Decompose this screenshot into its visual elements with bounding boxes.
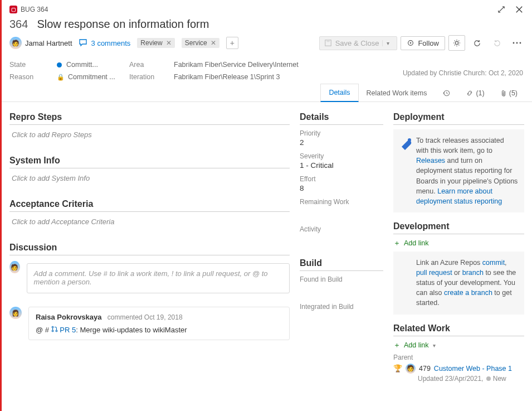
plus-icon: ＋ <box>393 341 401 350</box>
tabs: Details Related Work items (1) (5) <box>2 84 532 102</box>
comments-link[interactable]: 3 comments <box>79 39 131 47</box>
create-branch-link[interactable]: create a branch <box>444 289 492 297</box>
settings-icon[interactable] <box>448 35 465 51</box>
col-left: Repro Steps Click to add Repro Steps Sys… <box>9 109 290 399</box>
comment-item: Raisa Pokrovskaya commented Oct 19, 2018… <box>28 307 290 340</box>
work-item-form: ▢ BUG 364 364 Slow response on informati… <box>0 0 532 411</box>
bug-icon: ▢ <box>9 6 17 13</box>
svg-point-12 <box>408 138 411 142</box>
related-add-link-button[interactable]: ＋Add link▾ <box>393 341 524 350</box>
state-dot-icon <box>486 376 491 381</box>
pull-request-icon <box>51 326 60 334</box>
area-label: Area <box>129 61 174 69</box>
pr-link[interactable]: PR 5 <box>60 326 76 334</box>
tab-details[interactable]: Details <box>320 84 358 102</box>
revert-icon[interactable] <box>489 35 505 51</box>
tab-related[interactable]: Related Work items <box>359 85 435 101</box>
activity-value[interactable] <box>300 234 383 243</box>
work-item-id: 364 <box>9 18 28 31</box>
reason-label: Reason <box>9 73 57 81</box>
updated-by-text: Updated by Christie Church: Oct 2, 2020 <box>403 69 523 77</box>
priority-label: Priority <box>300 129 383 137</box>
more-actions-icon[interactable] <box>509 35 525 51</box>
deployment-info: To track releases associated with this w… <box>393 129 524 212</box>
follow-button[interactable]: Follow <box>401 36 445 50</box>
pipeline-icon <box>399 137 412 149</box>
commit-link[interactable]: commit <box>482 259 505 267</box>
acceptance-criteria-heading: Acceptance Criteria <box>9 199 290 209</box>
remaining-work-label: Remaining Work <box>300 198 383 206</box>
title-row: 364 Slow response on information form <box>2 17 532 35</box>
releases-link[interactable]: Releases <box>416 157 445 165</box>
svg-rect-1 <box>326 40 329 42</box>
svg-point-3 <box>410 42 412 44</box>
severity-label: Severity <box>300 152 383 160</box>
repro-steps-input[interactable]: Click to add Repro Steps <box>9 129 290 140</box>
system-info-heading: System Info <box>9 156 290 166</box>
tab-history[interactable] <box>435 85 458 101</box>
integrated-in-build-label: Integrated in Build <box>300 303 383 311</box>
work-item-title[interactable]: Slow response on information form <box>37 18 209 31</box>
assignee-name: Jamal Hartnett <box>25 39 72 47</box>
epic-icon: 🏆 <box>393 364 402 373</box>
tag-service[interactable]: Service ✕ <box>182 38 219 48</box>
activity-label: Activity <box>300 225 383 233</box>
avatar-icon: 👩 <box>9 307 22 319</box>
refresh-icon[interactable] <box>468 35 485 51</box>
comment-author: Raisa Pokrovskaya <box>36 313 102 321</box>
remaining-work-value[interactable] <box>300 207 383 215</box>
comment-meta: commented Oct 19, 2018 <box>104 313 182 321</box>
area-value[interactable]: Fabrikam Fiber\Service Delivery\Internet <box>174 61 524 69</box>
tag-remove-icon[interactable]: ✕ <box>166 39 172 47</box>
parent-meta: Updated 23/Apr/2021, New <box>418 375 524 383</box>
branch-link[interactable]: branch <box>462 269 484 277</box>
plus-icon: ＋ <box>393 239 401 248</box>
priority-value[interactable]: 2 <box>300 138 383 147</box>
col-right: Deployment To track releases associated … <box>393 109 524 399</box>
iteration-label: Iteration <box>129 73 174 81</box>
reason-value[interactable]: 🔒Commitment ... <box>57 73 129 81</box>
system-info-input[interactable]: Click to add System Info <box>9 173 290 183</box>
chevron-down-icon: ▾ <box>433 342 436 349</box>
severity-value[interactable]: 1 - Critical <box>300 161 383 170</box>
topbar-left: ▢ BUG 364 <box>9 6 48 13</box>
dev-add-link-button[interactable]: ＋Add link <box>393 239 524 248</box>
deployment-heading: Deployment <box>393 112 524 122</box>
svg-point-10 <box>52 330 53 332</box>
save-dropdown-icon[interactable]: ▾ <box>382 40 392 46</box>
build-heading: Build <box>300 258 383 268</box>
add-tag-button[interactable]: + <box>226 37 238 49</box>
found-in-build-label: Found in Build <box>300 275 383 283</box>
header-actions: 🧑 Jamal Hartnett 3 comments Review ✕ Ser… <box>2 35 532 53</box>
effort-value[interactable]: 8 <box>300 184 383 192</box>
fullscreen-icon[interactable] <box>495 3 507 16</box>
assignee-picker[interactable]: 🧑 Jamal Hartnett <box>9 37 72 49</box>
col-middle: Details Priority 2 Severity 1 - Critical… <box>300 109 383 399</box>
comment-input[interactable]: Add a comment. Use # to link a work item… <box>27 263 290 293</box>
svg-point-6 <box>516 42 518 44</box>
svg-point-7 <box>520 42 521 44</box>
svg-point-5 <box>513 42 515 44</box>
development-heading: Development <box>393 221 524 231</box>
acceptance-criteria-input[interactable]: Click to add Acceptance Criteria <box>9 216 290 227</box>
avatar-icon: 🧑 <box>9 37 22 49</box>
tag-remove-icon[interactable]: ✕ <box>211 39 216 47</box>
save-close-button[interactable]: Save & Close ▾ <box>319 36 398 50</box>
tab-links[interactable]: (1) <box>458 85 492 101</box>
parent-link[interactable]: Customer Web - Phase 1 <box>434 365 512 373</box>
lock-icon: 🔒 <box>57 74 65 80</box>
state-value[interactable]: Committ... <box>57 61 129 69</box>
work-item-type-label: BUG 364 <box>21 6 48 13</box>
tag-review[interactable]: Review ✕ <box>137 38 174 48</box>
effort-label: Effort <box>300 175 383 183</box>
avatar-icon: 🧑 <box>406 364 416 374</box>
parent-id: 479 <box>419 365 431 373</box>
tab-attachments[interactable]: (5) <box>492 85 525 101</box>
pr-link[interactable]: pull request <box>416 269 452 277</box>
close-icon[interactable] <box>513 3 525 16</box>
related-work-heading: Related Work <box>393 323 524 333</box>
development-info: Link an Azure Repos commit, pull request… <box>393 252 524 315</box>
svg-point-11 <box>56 330 57 332</box>
found-in-build-value[interactable] <box>300 284 383 293</box>
repro-steps-heading: Repro Steps <box>9 112 290 122</box>
